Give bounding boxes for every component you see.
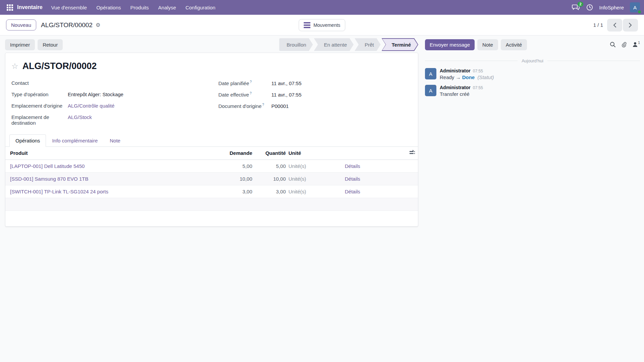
column-header-demand: Demande (197, 147, 254, 160)
attachments-icon[interactable] (621, 42, 627, 48)
tracking-new-value: Done (462, 74, 475, 80)
company-switcher[interactable]: InfoSphere (599, 5, 624, 10)
field-effective-date-value[interactable]: 11 avr., 07:55 (271, 92, 412, 98)
nav-item-configuration[interactable]: Configuration (181, 1, 220, 14)
unit-cell: Unité(s) (287, 185, 341, 198)
tracking-field-name: (Statut) (477, 74, 494, 80)
field-operation-type-label: Type d'opération (11, 92, 68, 97)
message-author: Administrator (440, 85, 471, 90)
actions-gear-icon[interactable]: ⚙ (96, 22, 100, 28)
help-icon: ? (250, 92, 252, 95)
tab-additional-info[interactable]: Info complémentaire (46, 134, 104, 147)
field-source-location-label: Emplacement d'origine (11, 103, 68, 109)
breadcrumb-record-title: ALG/STOR/00002 (41, 21, 93, 29)
field-source-document: Document d'origine? P00001 (218, 103, 412, 114)
online-presence-dot (637, 10, 642, 14)
field-destination-location-label: Emplacement de destination (11, 114, 68, 126)
tab-operations[interactable]: Opérations (9, 134, 46, 147)
table-row: [LAPTOP-001] Dell Latitude 5450 5,00 5,0… (5, 160, 418, 172)
field-scheduled-date-label: Date planifiée? (218, 80, 271, 86)
top-navbar: Inventaire Vue d'ensemble Opérations Pro… (0, 0, 644, 15)
message-time: 07:55 (473, 85, 483, 90)
column-header-unit: Unité (287, 147, 341, 160)
followers-icon[interactable]: 1 (633, 42, 640, 47)
column-header-qty: Quantité (254, 147, 287, 160)
print-button[interactable]: Imprimer (5, 39, 35, 50)
field-effective-date: Date effective? 11 avr., 07:55 (218, 92, 412, 103)
unit-cell: Unité(s) (287, 172, 341, 185)
product-link[interactable]: [SWITCH-001] TP-Link TL-SG1024 24 ports (5, 185, 197, 198)
chatter-topbar: Envoyer message Note Activité (425, 38, 640, 51)
form-statusbar: Imprimer Retour Brouillon En attente Prê… (5, 38, 418, 51)
field-source-location: Emplacement d'origine ALG/Contrôle quali… (11, 103, 205, 114)
demand-cell[interactable]: 3,00 (197, 185, 254, 198)
apps-grid-icon[interactable] (7, 4, 13, 11)
qty-cell[interactable]: 5,00 (254, 160, 287, 172)
movements-smart-button[interactable]: Mouvements (299, 19, 345, 31)
operations-table: Produit Demande Quantité Unité (5, 147, 418, 211)
field-operation-type-value[interactable]: Entrepôt Alger: Stockage (68, 92, 205, 97)
chatter: Envoyer message Note Activité (425, 36, 640, 97)
table-empty-row (5, 198, 418, 210)
product-link[interactable]: [SSD-001] Samsung 870 EVO 1TB (5, 172, 197, 185)
user-avatar-initial: A (633, 5, 637, 10)
send-message-button[interactable]: Envoyer message (425, 39, 475, 50)
message-body: Transfer créé (440, 91, 483, 97)
followers-count: 1 (638, 41, 640, 45)
messages-icon[interactable]: 2 (572, 4, 580, 11)
field-scheduled-date-value[interactable]: 11 avr., 07:55 (271, 80, 412, 86)
field-destination-location: Emplacement de destination ALG/Stock (11, 114, 205, 126)
return-button[interactable]: Retour (38, 39, 63, 50)
details-link[interactable]: Détails (341, 160, 408, 172)
search-messages-icon[interactable] (610, 42, 616, 48)
pager-count: 1 / 1 (593, 22, 603, 28)
field-source-document-label: Document d'origine? (218, 103, 271, 109)
activity-button[interactable]: Activité (501, 39, 527, 50)
demand-cell[interactable]: 10,00 (197, 172, 254, 185)
status-step-draft[interactable]: Brouillon (279, 38, 313, 51)
field-scheduled-date: Date planifiée? 11 avr., 07:55 (218, 80, 412, 92)
movements-list-icon (304, 22, 310, 28)
table-row: [SSD-001] Samsung 870 EVO 1TB 10,00 10,0… (5, 172, 418, 185)
field-grid: Contact Type d'opération Entrepôt Alger:… (5, 71, 418, 126)
control-panel: Nouveau ALG/STOR/00002 ⚙ Mouvements 1 / … (0, 15, 644, 36)
new-button[interactable]: Nouveau (6, 19, 36, 31)
card-footer (5, 211, 418, 226)
tracking-arrow: → (456, 74, 461, 80)
optional-columns-icon[interactable] (409, 150, 415, 155)
status-step-done[interactable]: Terminé (382, 38, 418, 51)
nav-item-overview[interactable]: Vue d'ensemble (47, 1, 92, 14)
status-step-ready[interactable]: Prêt (355, 38, 381, 51)
table-header-row: Produit Demande Quantité Unité (5, 147, 418, 160)
record-title: ALG/STOR/00002 (22, 61, 97, 71)
status-step-waiting[interactable]: En attente (314, 38, 354, 51)
favorite-star-icon[interactable]: ☆ (11, 62, 18, 70)
app-name-menu[interactable]: Inventaire (16, 4, 47, 10)
tab-note[interactable]: Note (104, 134, 126, 147)
field-source-location-value[interactable]: ALG/Contrôle qualité (68, 103, 205, 109)
demand-cell[interactable]: 5,00 (197, 160, 254, 172)
qty-cell[interactable]: 10,00 (254, 172, 287, 185)
help-icon: ? (250, 80, 252, 84)
field-contact-label: Contact (11, 80, 68, 86)
field-destination-location-value[interactable]: ALG/Stock (68, 114, 205, 120)
nav-item-analysis[interactable]: Analyse (154, 1, 181, 14)
status-step-done-label: Terminé (382, 42, 418, 48)
qty-cell[interactable]: 3,00 (254, 185, 287, 198)
product-link[interactable]: [LAPTOP-001] Dell Latitude 5450 (5, 160, 197, 172)
message-body-tracking: Ready → Done (Statut) (440, 74, 494, 80)
details-link[interactable]: Détails (341, 185, 408, 198)
user-avatar[interactable]: A (630, 2, 640, 12)
message-author: Administrator (440, 68, 471, 73)
message-avatar: A (425, 68, 436, 79)
log-note-button[interactable]: Note (477, 39, 498, 50)
activity-clock-icon[interactable] (586, 4, 593, 11)
nav-item-products[interactable]: Produits (126, 1, 154, 14)
nav-item-operations[interactable]: Opérations (92, 1, 125, 14)
pager-previous-button[interactable] (607, 19, 622, 32)
pager-next-button[interactable] (623, 19, 638, 32)
field-source-document-value[interactable]: P00001 (271, 103, 412, 109)
field-contact: Contact (11, 80, 205, 92)
status-steps: Brouillon En attente Prêt Terminé (278, 38, 418, 51)
details-link[interactable]: Détails (341, 172, 408, 185)
